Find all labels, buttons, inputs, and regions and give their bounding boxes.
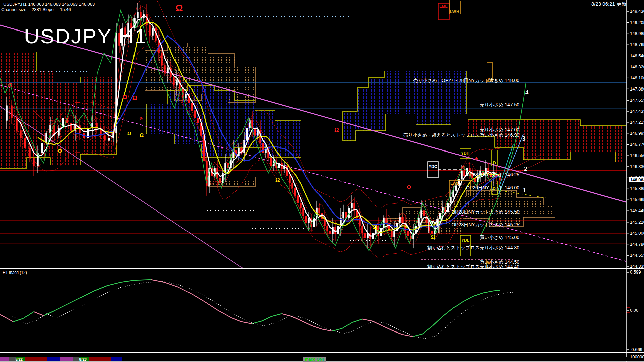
channel-info: Channel size = 2381 Slope = -15.46 [1,7,71,12]
order-annotation: 割り込むとストップロス売り小さめ 144.40 [427,264,519,270]
circle-dot-signal-icon: ⊙ [139,116,143,121]
pivot-label-lml: LML [439,4,448,9]
price-tick-label: 149.430 [630,9,644,14]
price-tick-label: 148.540 [630,53,644,58]
mt4-chart-window: USDJPY,H1 146.063 146.063 146.063 146.06… [0,0,644,362]
pivot-label-w: W [488,77,491,82]
chart-watermark: USDJPY H1 [24,24,147,48]
price-tick-label: 145.445 [630,208,644,213]
pivot-label-ydc: YDC [429,164,437,169]
order-annotation: 買い小さめ 145.00 [480,235,519,241]
price-tick-label: 148.985 [630,31,644,36]
price-tick-label: 148.765 [630,42,644,47]
horseshoe-signal-icon: Ω [275,177,280,183]
price-tick-label: 147.655 [630,98,644,103]
price-tick-label: 145.000 [630,231,644,236]
update-time: 8/23 06:21 更新 [591,1,627,7]
wave-number: 1 [523,187,526,194]
session-date-label: 8/23 [79,357,87,361]
circle-dot-signal-icon: ⊙ [461,165,464,170]
symbol-info: USDJPY,H1 146.063 146.063 146.063 146.06… [3,2,95,7]
horseshoe-signal-icon: Ω [373,224,378,230]
wave-number: 4 [525,88,529,96]
horseshoe-signal-icon: Ω [334,127,339,133]
horseshoe-signal-icon: Ω [407,185,411,190]
volume-scale-label: 100000 [630,354,644,359]
price-tick-label: 146.770 [630,142,644,147]
horseshoe-signal-icon: Ω [58,148,62,154]
horseshoe-signal-icon: Ω [123,94,127,100]
price-tick-label: 144.555 [630,253,644,258]
price-tick-label: 147.880 [630,86,644,92]
wave-number: 3 [522,135,526,142]
pivot-label-d: D [493,186,496,191]
chart-canvas[interactable] [0,0,644,362]
horseshoe-signal-icon: Ω [431,234,436,240]
pivot-label-d: D [493,161,496,165]
price-tick-label: 144.335 [630,264,644,269]
pivot-label-lwl: LWL [450,181,459,186]
price-tick-label: 144.780 [630,242,644,247]
macd-tick-label: 0.00 [630,308,638,313]
horseshoe-signal-icon: Ω [175,3,183,13]
order-annotation: 売り小さめ・超えるとストップロス買い小さめ 146.90 [403,132,519,138]
order-annotation: OP28日NYカット大きめ 145.50 [451,209,519,215]
price-tick-label: 146.330 [630,164,644,169]
horseshoe-signal-icon: Ω [132,95,137,101]
price-tick-label: 146.550 [630,153,644,158]
pivot-label-ydo: YDO [429,221,438,225]
current-price-box: 146.063 [629,177,644,182]
price-tick-label: 148.320 [630,64,644,69]
price-tick-label: 145.885 [630,186,644,191]
pivot-label-ydh: YDH [461,151,469,156]
order-annotation: 売り小さめ 147.50 [480,102,519,108]
order-annotation: 割り込むとストップロス売り小さめ 144.80 [427,245,519,251]
horseshoe-signal-icon: Ω [8,82,13,88]
price-tick-label: 148.100 [630,75,644,80]
macd-tick-label: 0.599 [630,269,641,275]
pivot-label-lwh: LWH [450,9,459,14]
wave-number: 2 [524,165,527,173]
price-tick-label: 146.995 [630,131,644,136]
session-date-label: 8/22 [16,357,23,361]
macd-on-badge: macd ON! [303,357,326,362]
order-annotation: 売り小さめ、OP27・28日NYカット大きめ 148.00 [413,78,519,84]
horseshoe-signal-icon: Ω [140,132,144,137]
price-tick-label: 149.205 [630,20,644,25]
horseshoe-signal-icon: Ω [127,131,131,136]
pivot-label-ydl: YDL [461,238,469,243]
circle-dot-signal-icon: ⊙ [201,150,205,154]
price-tick-label: 145.220 [630,220,644,225]
price-tick-label: 147.435 [630,109,644,114]
order-annotation: OP28日NYカット大きめ 145.25 [451,222,519,228]
pivot-label-w: W [487,261,491,265]
price-tick-label: 147.215 [630,120,644,125]
circle-dot-signal-icon: ⊙ [475,156,478,161]
macd-panel-label: H1 macd (12) [3,270,27,275]
macd-tick-label: -0.669 [630,347,642,352]
order-annotation: OP23日NYカット 146.25 [466,172,519,178]
price-tick-label: 145.665 [630,197,644,202]
